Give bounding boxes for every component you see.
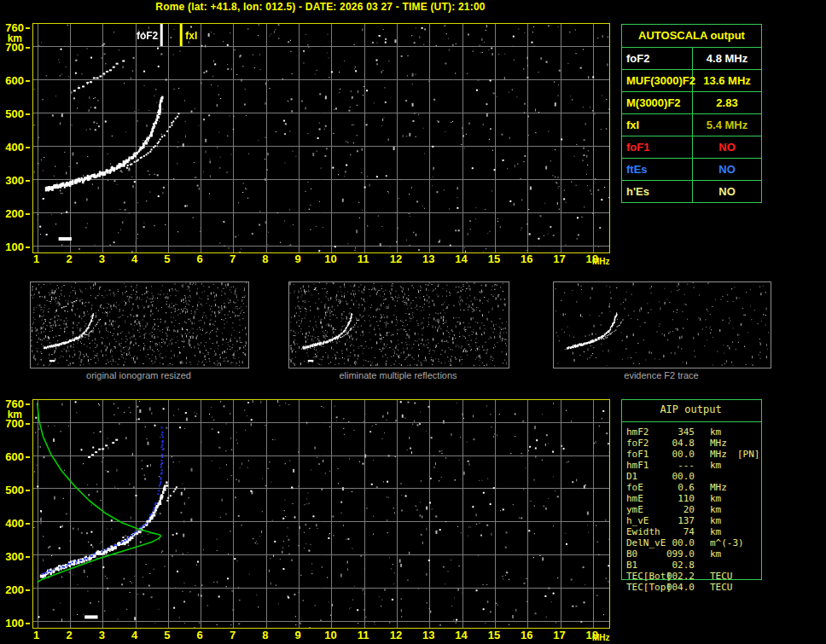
autoscala-parameter-label: h'Es	[622, 181, 693, 202]
x-tick-label: 11	[352, 629, 375, 641]
aip-row: foE0.6MHz	[621, 482, 771, 493]
x-tick-label: 12	[385, 629, 407, 641]
autoscala-parameter-label: MUF(3000)F2	[622, 70, 693, 91]
x-tick-label: 9	[287, 629, 309, 641]
aip-parameter-value: 00.0	[662, 449, 695, 460]
aip-parameter-value: 02.8	[662, 560, 695, 571]
x-tick-label: 13	[417, 629, 439, 641]
autoscala-row: h'EsNO	[622, 181, 761, 202]
aip-row: DelN_vE00.0m^(-3)	[621, 537, 771, 548]
autoscala-row: MUF(3000)F213.6 MHz	[622, 70, 761, 92]
x-tick-label: 6	[189, 253, 211, 264]
y-tick-mark	[26, 523, 30, 525]
x-tick-label: 1	[26, 253, 48, 264]
y-tick-mark	[26, 423, 30, 425]
autoscala-ionogram-screen: { "title": "Rome (lat: +41.8, lon: 012.5…	[0, 0, 826, 644]
aip-parameter-value: 00.0	[662, 471, 695, 482]
x-tick-label: 14	[451, 253, 473, 264]
aip-parameter-name: foF1	[626, 449, 649, 460]
aip-parameter-name: ymE	[626, 504, 643, 515]
aip-parameter-value: 74	[662, 526, 695, 537]
thumbnail-caption-original: original ionogram resized	[30, 370, 247, 381]
thumbnail-f2-canvas	[554, 282, 769, 366]
x-tick-label: 9	[287, 253, 309, 264]
aip-parameter-unit: km	[710, 504, 721, 515]
restored-ionogram-plot	[32, 399, 610, 629]
x-tick-label: 15	[483, 629, 505, 641]
thumbnail-f2-trace	[553, 281, 771, 368]
aip-parameter-unit: km	[710, 515, 721, 526]
aip-row: h_vE137km	[621, 515, 771, 526]
y-tick-mark	[26, 556, 30, 558]
aip-parameter-name: hmF1	[626, 460, 649, 471]
autoscala-parameter-value: 5.4 MHz	[693, 114, 761, 136]
y-tick-mark	[26, 623, 30, 624]
aip-row: foF100.0MHz[PN]	[621, 449, 771, 460]
x-tick-label: 7	[222, 629, 244, 641]
aip-row: D100.0	[621, 471, 771, 482]
x-tick-label: 8	[254, 629, 276, 641]
aip-parameter-name: Ewidth	[626, 526, 660, 537]
raw-ionogram-canvas	[33, 24, 609, 252]
autoscala-row: foF1NO	[622, 136, 761, 159]
aip-parameter-name: B1	[626, 560, 637, 571]
x-tick-label: 12	[385, 253, 407, 264]
x-tick-label: 10	[319, 629, 341, 641]
aip-header-separator	[621, 421, 761, 422]
aip-row: hmE110km	[621, 493, 771, 504]
x-tick-label: 2	[58, 629, 80, 641]
x-tick-label: 5	[156, 629, 178, 641]
autoscala-parameter-value: 2.83	[693, 92, 761, 113]
y-tick-label: 600	[0, 75, 24, 86]
autoscala-parameter-label: ftEs	[622, 159, 693, 180]
aip-parameter-name: foF2	[626, 438, 649, 449]
autoscala-parameter-value: NO	[693, 159, 761, 180]
x-tick-label: 17	[549, 253, 571, 264]
raw-ionogram-plot: foF2 fxI	[32, 23, 610, 253]
top-plot-y-axis: 760700600500400300200100km	[0, 23, 31, 252]
autoscala-output-table: AUTOSCALA output foF24.8 MHzMUF(3000)F21…	[621, 24, 762, 203]
autoscala-row: ftEsNO	[622, 159, 761, 181]
x-tick-label: 5	[156, 253, 178, 264]
y-tick-mark	[26, 589, 30, 591]
y-tick-mark	[26, 490, 30, 491]
y-tick-label: 200	[0, 208, 24, 219]
autoscala-parameter-value: 4.8 MHz	[693, 48, 761, 69]
x-axis-unit-label: MHz	[592, 633, 621, 642]
aip-parameter-value: 0.6	[662, 482, 695, 493]
aip-parameter-unit: km	[710, 548, 721, 560]
top-plot-x-axis: 123456789101112131415161718MHz	[32, 253, 630, 265]
aip-parameter-unit: MHz	[710, 482, 727, 493]
aip-parameter-value: 002.2	[662, 571, 695, 582]
x-tick-label: 1	[26, 629, 48, 641]
x-tick-label: 6	[189, 629, 211, 641]
aip-parameter-value: 345	[662, 426, 695, 438]
y-tick-label: 300	[0, 551, 24, 562]
autoscala-row: M(3000)F22.83	[622, 92, 761, 114]
autoscala-parameter-label: foF1	[622, 136, 693, 158]
aip-parameter-value: 04.8	[662, 438, 695, 449]
autoscala-parameter-label: fxI	[622, 114, 693, 136]
x-tick-label: 13	[417, 253, 439, 264]
thumbnail-caption-f2-trace: evidence F2 trace	[553, 370, 770, 381]
y-tick-mark	[26, 147, 30, 148]
x-tick-label: 7	[222, 253, 244, 264]
aip-parameter-name: hmE	[626, 493, 643, 504]
aip-parameter-name: hmF2	[626, 426, 649, 438]
y-tick-label: 600	[0, 451, 24, 462]
y-tick-label: 400	[0, 142, 24, 153]
x-tick-label: 16	[515, 629, 538, 641]
thumbnail-original-ionogram	[30, 281, 249, 368]
bottom-plot-x-axis: 123456789101112131415161718MHz	[32, 629, 630, 641]
aip-parameter-name: B0	[626, 548, 637, 560]
restored-ionogram-canvas	[33, 400, 609, 628]
aip-parameter-unit: km	[710, 493, 721, 504]
aip-parameter-name: foE	[626, 482, 643, 493]
aip-parameter-unit: MHz	[710, 438, 727, 449]
y-tick-label: 500	[0, 108, 24, 119]
aip-table-header: AIP output	[621, 403, 760, 415]
aip-parameter-value: 004.0	[662, 582, 695, 593]
y-tick-label: 400	[0, 518, 24, 529]
x-axis-unit-label: MHz	[592, 257, 621, 266]
aip-row: hmF1---km	[621, 460, 771, 471]
